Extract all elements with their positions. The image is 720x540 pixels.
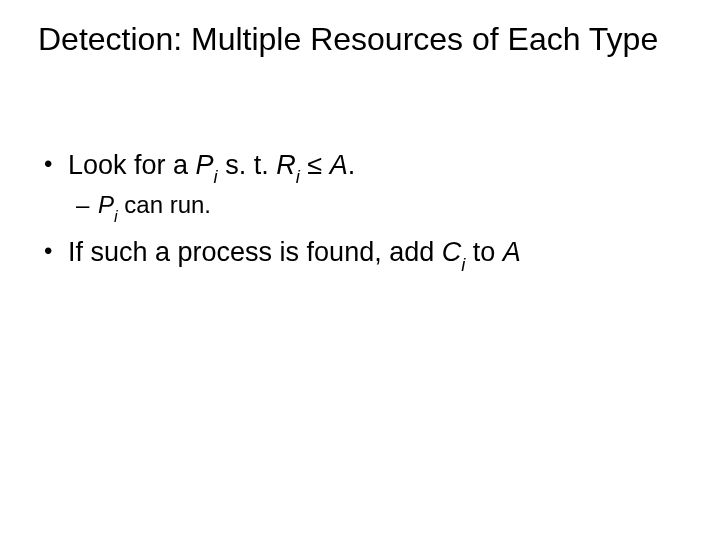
bullet-2: If such a process is found, add Ci to A (38, 234, 682, 274)
text: Look for a (68, 150, 196, 180)
text: ≤ (300, 150, 330, 180)
var-P: P (98, 191, 114, 218)
var-R: R (276, 150, 296, 180)
sub-i: i (461, 254, 465, 275)
text: If such a process is found, add (68, 237, 442, 267)
sub-i: i (214, 166, 218, 187)
slide: Detection: Multiple Resources of Each Ty… (0, 0, 720, 540)
bullet-1: Look for a Pi s. t. Ri ≤ A. Pi can run. (38, 147, 682, 224)
var-A: A (330, 150, 348, 180)
var-A: A (503, 237, 521, 267)
var-C: C (442, 237, 462, 267)
var-P: P (196, 150, 214, 180)
text: s. t. (218, 150, 277, 180)
bullet-1-1: Pi can run. (68, 189, 682, 224)
sub-i: i (114, 207, 118, 225)
sub-i: i (296, 166, 300, 187)
slide-title: Detection: Multiple Resources of Each Ty… (38, 22, 682, 57)
text: to (465, 237, 503, 267)
sub-list: Pi can run. (68, 189, 682, 224)
text: . (348, 150, 356, 180)
slide-body: Look for a Pi s. t. Ri ≤ A. Pi can run. … (38, 147, 682, 274)
text: can run. (118, 191, 211, 218)
bullet-list: Look for a Pi s. t. Ri ≤ A. Pi can run. … (38, 147, 682, 274)
